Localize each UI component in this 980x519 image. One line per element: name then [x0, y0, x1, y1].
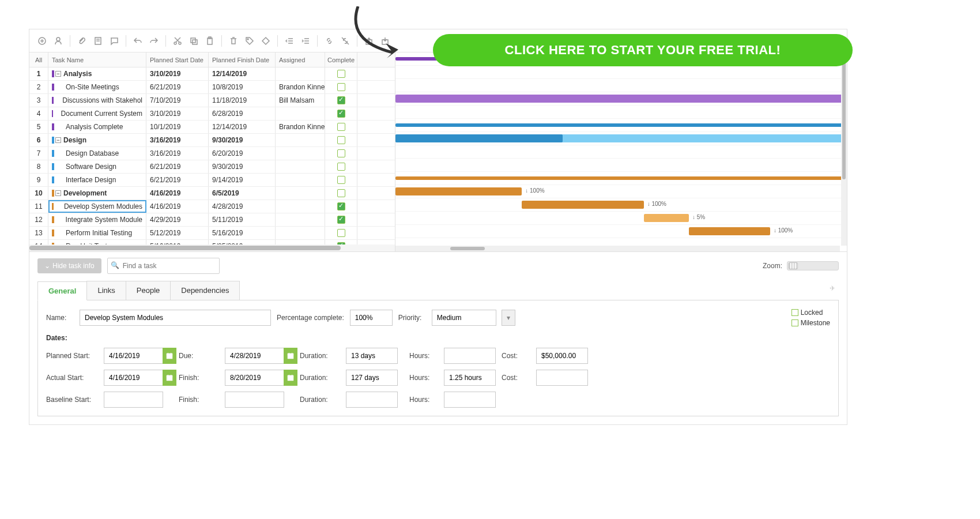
calendar-icon[interactable] — [284, 370, 297, 386]
col-planned-finish[interactable]: Planned Finish Date — [209, 52, 276, 67]
complete-checkbox[interactable] — [337, 110, 345, 118]
planned-finish-cell[interactable]: 10/8/2019 — [209, 81, 276, 93]
planned-finish-cell[interactable]: 5/16/2019 — [209, 227, 276, 239]
col-name[interactable]: Task Name — [48, 52, 146, 67]
cut-icon[interactable] — [171, 34, 184, 48]
collapse-icon[interactable]: − — [55, 71, 61, 77]
planned-start-cell[interactable]: 10/1/2019 — [146, 121, 209, 133]
finish-input[interactable] — [225, 370, 284, 386]
cost1-input[interactable] — [536, 348, 588, 364]
planned-finish-cell[interactable]: 12/14/2019 — [209, 121, 276, 133]
planned-start-cell[interactable]: 3/16/2019 — [146, 147, 209, 160]
complete-cell[interactable] — [325, 94, 357, 107]
planned-start-cell[interactable]: 3/10/2019 — [146, 107, 209, 120]
complete-checkbox[interactable] — [337, 216, 345, 224]
undo-icon[interactable] — [131, 34, 145, 48]
task-name-cell[interactable]: −Design — [48, 134, 146, 146]
planned-start-cell[interactable]: 6/21/2019 — [146, 174, 209, 186]
task-name-cell[interactable]: −Analysis — [48, 67, 146, 80]
tab-general[interactable]: General — [37, 281, 87, 300]
hours1-input[interactable] — [444, 348, 496, 364]
complete-checkbox[interactable] — [337, 136, 345, 144]
planned-start-cell[interactable]: 6/21/2019 — [146, 81, 209, 93]
complete-cell[interactable] — [325, 81, 357, 93]
tab-links[interactable]: Links — [86, 281, 126, 300]
task-name-cell[interactable]: Document Current System — [48, 107, 146, 120]
assigned-cell[interactable]: Bill Malsam — [276, 94, 325, 107]
assigned-cell[interactable] — [276, 147, 325, 160]
complete-checkbox[interactable] — [337, 83, 345, 91]
complete-cell[interactable] — [325, 227, 357, 239]
planned-finish-cell[interactable]: 6/28/2019 — [209, 107, 276, 120]
table-row[interactable]: 3Discussions with Stakehol7/10/201911/18… — [29, 94, 395, 107]
table-row[interactable]: 13Perform Initial Testing5/12/20195/16/2… — [29, 227, 395, 240]
assigned-cell[interactable] — [276, 227, 325, 239]
attach-icon[interactable] — [75, 34, 89, 48]
cta-banner[interactable]: CLICK HERE TO START YOUR FREE TRIAL! — [433, 34, 853, 66]
indent-icon[interactable] — [299, 34, 312, 48]
complete-checkbox[interactable] — [337, 229, 345, 237]
table-row[interactable]: 2On-Site Meetings6/21/201910/8/2019Brand… — [29, 81, 395, 94]
assigned-cell[interactable] — [276, 213, 325, 226]
table-row[interactable]: 5Analysis Complete10/1/201912/14/2019Bra… — [29, 121, 395, 134]
collapse-icon[interactable]: − — [55, 190, 61, 196]
zoom-slider[interactable] — [787, 261, 839, 270]
grid-hscroll[interactable] — [29, 245, 395, 251]
trash-icon[interactable] — [227, 34, 240, 48]
copy-icon[interactable] — [187, 34, 201, 48]
tab-people[interactable]: People — [126, 281, 171, 300]
due-input[interactable] — [225, 348, 284, 364]
complete-cell[interactable] — [325, 147, 357, 160]
pc-input[interactable] — [350, 310, 393, 326]
diamond-icon[interactable] — [259, 34, 273, 48]
finish2-input[interactable] — [225, 392, 284, 408]
find-task-input[interactable] — [107, 258, 220, 274]
milestone-checkbox[interactable] — [791, 319, 798, 326]
hide-task-info-button[interactable]: ⌄Hide task info — [37, 258, 101, 273]
planned-start-cell[interactable]: 5/12/2019 — [146, 227, 209, 239]
gantt-bar[interactable] — [395, 95, 847, 103]
planned-finish-cell[interactable]: 9/30/2019 — [209, 134, 276, 146]
gantt-hscroll[interactable] — [395, 246, 840, 251]
assigned-cell[interactable] — [276, 200, 325, 213]
gantt-bar[interactable] — [689, 227, 770, 235]
complete-checkbox[interactable] — [337, 163, 345, 171]
actual-start-input[interactable] — [104, 370, 163, 386]
chat-icon[interactable] — [107, 34, 121, 48]
planned-start-cell[interactable]: 4/29/2019 — [146, 213, 209, 226]
assigned-cell[interactable] — [276, 67, 325, 80]
assigned-cell[interactable] — [276, 174, 325, 186]
calendar-icon[interactable] — [284, 348, 297, 364]
user-icon[interactable] — [51, 34, 65, 48]
redo-icon[interactable] — [147, 34, 161, 48]
name-input[interactable] — [80, 310, 271, 326]
task-name-cell[interactable]: Interface Design — [48, 174, 146, 186]
complete-cell[interactable] — [325, 160, 357, 173]
col-assigned[interactable]: Assigned — [276, 52, 325, 67]
planned-start-cell[interactable]: 4/16/2019 — [146, 187, 209, 200]
planned-start-cell[interactable]: 3/10/2019 — [146, 67, 209, 80]
table-row[interactable]: 9Interface Design6/21/20199/14/2019 — [29, 174, 395, 187]
complete-checkbox[interactable] — [337, 202, 345, 210]
complete-checkbox[interactable] — [337, 123, 345, 131]
complete-cell[interactable] — [325, 174, 357, 186]
complete-cell[interactable] — [325, 187, 357, 200]
gantt-vscroll[interactable] — [841, 52, 847, 246]
task-name-cell[interactable]: Software Design — [48, 160, 146, 173]
task-name-cell[interactable]: Integrate System Module — [48, 213, 146, 226]
table-row[interactable]: 4Document Current System3/10/20196/28/20… — [29, 107, 395, 121]
complete-cell[interactable] — [325, 134, 357, 146]
planned-finish-cell[interactable]: 9/14/2019 — [209, 174, 276, 186]
complete-checkbox[interactable] — [337, 189, 345, 197]
table-row[interactable]: 10−Development4/16/20196/5/2019 — [29, 187, 395, 200]
send-icon[interactable]: ✈ — [826, 281, 839, 300]
planned-finish-cell[interactable]: 6/20/2019 — [209, 147, 276, 160]
duration3-input[interactable] — [346, 392, 398, 408]
task-name-cell[interactable]: Develop System Modules — [48, 200, 146, 213]
gantt-bar[interactable] — [395, 134, 563, 142]
tag-icon[interactable] — [243, 34, 257, 48]
outdent-icon[interactable] — [282, 34, 296, 48]
planned-start-input[interactable] — [104, 348, 163, 364]
col-all[interactable]: All — [29, 52, 48, 67]
locked-checkbox[interactable] — [791, 309, 798, 316]
